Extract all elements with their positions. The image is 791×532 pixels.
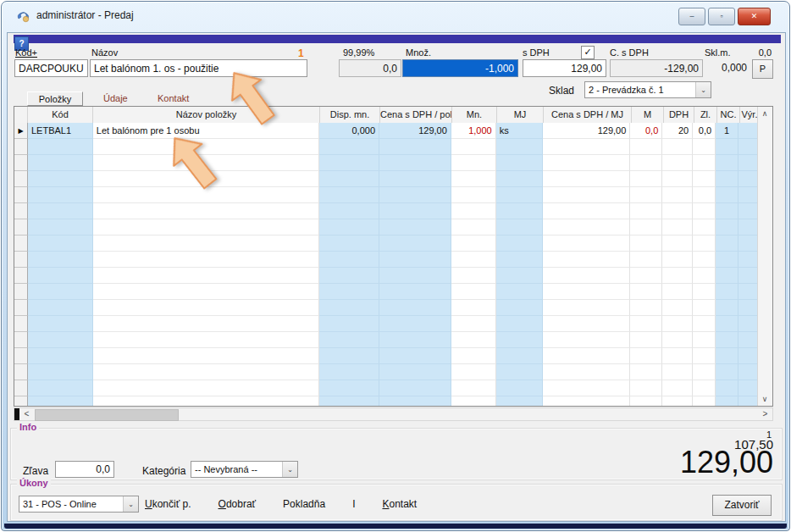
chevron-down-icon[interactable]: ⌄ [695,82,711,97]
action-poklada[interactable]: Pokladňa [283,498,325,510]
grid-cell[interactable] [451,155,496,171]
grid-cell[interactable] [662,332,693,348]
grid-cell[interactable] [693,300,716,316]
grid-cell[interactable] [93,332,319,348]
grid-cell[interactable] [630,284,662,300]
grid-cell[interactable] [738,396,758,406]
grid-cell[interactable] [716,219,738,236]
grid-cell[interactable] [28,284,93,300]
grid-cell[interactable] [319,396,379,406]
table-row-empty[interactable] [14,139,758,155]
grid-cell[interactable] [693,396,716,406]
table-row-empty[interactable] [14,332,758,348]
ukony-combo[interactable]: 31 - POS - Online ⌄ [19,496,139,513]
grid-cell[interactable] [319,236,379,252]
minimize-button[interactable]: – [678,8,705,25]
grid-cell[interactable] [379,284,451,300]
grid-cell[interactable] [716,187,738,203]
grid-cell[interactable] [379,139,451,155]
grid-cell[interactable] [543,348,631,364]
grid-header-zl-[interactable]: Zl. [694,107,717,123]
grid-cell[interactable] [662,380,693,396]
grid-cell[interactable] [28,219,93,236]
grid-cell[interactable] [451,236,496,252]
grid-cell[interactable] [543,203,631,219]
grid-cell[interactable] [662,236,693,252]
grid-cell[interactable] [630,236,662,252]
grid-cell[interactable] [630,268,662,284]
grid-cell[interactable] [662,219,693,236]
c-s-dph-input[interactable] [610,59,703,77]
grid-cell[interactable] [630,252,662,268]
grid-cell[interactable] [716,203,738,219]
grid-cell[interactable] [716,396,738,406]
grid-cell[interactable] [28,236,93,252]
grid-cell[interactable] [630,300,662,316]
row-marker[interactable] [14,268,28,284]
table-row-empty[interactable] [14,268,758,284]
grid-cell[interactable] [319,187,379,203]
grid-cell[interactable] [93,364,319,380]
mnoz-input[interactable] [402,59,518,77]
grid-cell[interactable] [379,203,451,219]
grid-header-n-zov-polo-ky[interactable]: Názov položky [93,107,320,123]
grid-cell[interactable] [662,139,693,155]
row-marker[interactable] [14,187,28,203]
row-marker[interactable] [14,203,28,219]
grid-cell[interactable] [738,203,758,219]
grid-cell[interactable] [379,252,451,268]
grid-cell[interactable] [543,219,631,236]
zatvorit-button[interactable]: Zatvoriť [712,495,772,516]
grid-cell[interactable] [379,316,451,332]
table-row-empty[interactable] [14,380,758,396]
grid-cell[interactable] [543,396,631,406]
row-marker[interactable] [14,139,28,155]
grid-cell[interactable]: Let balónom pre 1 osobu [93,123,319,139]
grid-cell[interactable]: 0,0 [693,123,716,139]
table-row-empty[interactable] [14,300,758,316]
grid-header-dph[interactable]: DPH [664,107,694,123]
grid-cell[interactable] [379,171,451,187]
nazov-input[interactable] [90,59,307,77]
grid-cell[interactable] [451,139,496,155]
grid-cell[interactable] [451,348,496,364]
scroll-up-icon[interactable]: ∧ [758,107,772,120]
grid-cell[interactable] [630,396,662,406]
grid-cell[interactable] [662,268,693,284]
grid-cell[interactable] [496,139,543,155]
table-row-empty[interactable] [14,348,758,364]
grid-cell[interactable] [496,332,543,348]
grid-cell[interactable] [738,332,758,348]
grid-cell[interactable] [93,300,319,316]
grid-cell[interactable] [738,316,758,332]
grid-cell[interactable] [716,139,738,155]
grid-cell[interactable] [28,252,93,268]
action-odobra[interactable]: Odobrať [218,498,257,510]
grid-cell[interactable] [716,300,738,316]
grid-cell[interactable] [28,364,93,380]
grid-cell[interactable] [496,284,543,300]
grid-cell[interactable] [693,187,716,203]
grid-cell[interactable] [451,268,496,284]
grid-cell[interactable] [630,219,662,236]
grid-header-k-d[interactable]: Kód [28,107,93,123]
table-row-empty[interactable] [14,236,758,252]
grid-cell[interactable] [738,348,758,364]
grid-cell[interactable] [543,139,631,155]
grid-cell[interactable]: ks [496,123,543,139]
grid-cell[interactable] [738,139,758,155]
grid-cell[interactable] [496,252,543,268]
grid-cell[interactable] [543,284,631,300]
grid-cell[interactable] [716,252,738,268]
tab-udaje[interactable]: Údaje [103,93,128,103]
grid-cell[interactable] [662,316,693,332]
grid-cell[interactable] [716,316,738,332]
grid-cell[interactable] [93,380,319,396]
grid-cell[interactable] [496,380,543,396]
grid-cell[interactable] [662,364,693,380]
grid-cell[interactable] [662,348,693,364]
grid-cell[interactable] [738,252,758,268]
grid-cell[interactable] [496,203,543,219]
grid-cell[interactable] [319,139,379,155]
scrollbar-thumb[interactable] [35,409,179,421]
